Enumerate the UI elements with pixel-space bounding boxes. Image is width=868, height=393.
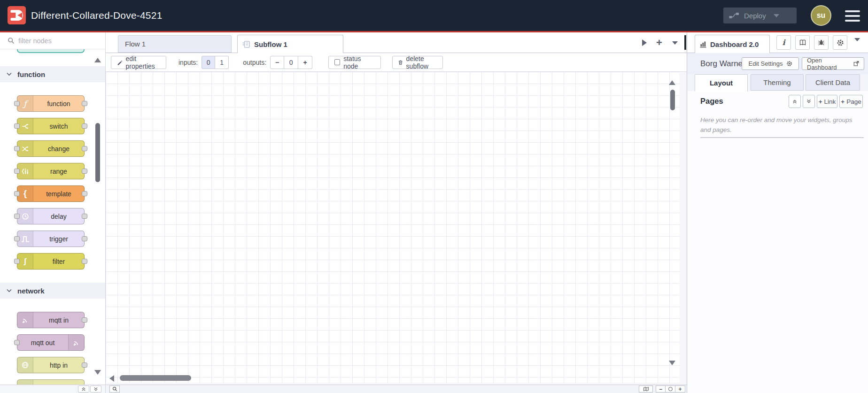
- palette-node-label: trigger: [33, 231, 84, 247]
- tab-flow-1[interactable]: Flow 1: [118, 35, 232, 53]
- debug-sidebar-button[interactable]: [814, 35, 829, 50]
- node-output-port: [82, 123, 87, 129]
- inputs-option-1[interactable]: 1: [215, 56, 229, 69]
- canvas-scroll-down-arrow[interactable]: [669, 361, 675, 365]
- palette-category-function[interactable]: function: [0, 66, 105, 82]
- palette-node-label: http in: [33, 357, 84, 373]
- canvas-footer: [106, 385, 687, 393]
- collapse-all-categories-button[interactable]: [78, 385, 89, 393]
- outputs-increase-button[interactable]: +: [298, 56, 312, 69]
- palette-node-mqtt out[interactable]: mqtt out: [17, 334, 85, 351]
- add-page-button[interactable]: + Page: [839, 95, 863, 108]
- inputs-option-0[interactable]: 0: [202, 56, 215, 69]
- pages-heading: Pages: [700, 97, 723, 106]
- sidebar-resize-handle[interactable]: [684, 35, 686, 50]
- palette-node-delay[interactable]: delay: [17, 208, 85, 224]
- mqtt-icon: [68, 335, 84, 350]
- filter-nodes-input[interactable]: [18, 37, 93, 45]
- tab-client-data[interactable]: Client Data: [806, 74, 860, 91]
- palette-node-function[interactable]: ƒfunction: [17, 95, 85, 112]
- zoom-in-button[interactable]: +: [675, 385, 685, 393]
- palette-node-label: filter: [33, 254, 84, 269]
- palette-node-filter[interactable]: ʃfilter: [17, 253, 85, 270]
- trash-icon: [398, 59, 403, 66]
- instance-title: Different-Collared-Dove-4521: [31, 0, 163, 31]
- palette-scroll-down-arrow[interactable]: [94, 370, 101, 375]
- node-output-port: [82, 214, 87, 219]
- add-link-label: Link: [824, 98, 836, 105]
- flow-canvas[interactable]: [106, 72, 680, 383]
- info-sidebar-button[interactable]: i: [776, 35, 791, 50]
- move-page-down-button[interactable]: [803, 95, 815, 108]
- deploy-options-chevron-icon[interactable]: [774, 14, 779, 17]
- tab-list-chevron-icon[interactable]: [672, 41, 678, 45]
- double-chevron-up-icon: [792, 99, 798, 104]
- canvas-search-button[interactable]: [109, 385, 120, 393]
- main-menu-button[interactable]: [845, 10, 860, 22]
- palette-scroll-up-arrow[interactable]: [94, 58, 101, 62]
- change-icon: [17, 141, 33, 156]
- palette-node-label: range: [33, 163, 84, 179]
- palette-node-label: delay: [33, 208, 84, 224]
- tab-subflow-1[interactable]: Subflow 1: [237, 35, 343, 53]
- palette-node-label: mqtt out: [17, 335, 68, 350]
- status-node-toggle[interactable]: status node: [328, 56, 381, 69]
- node-input-port: [14, 123, 20, 129]
- config-nodes-sidebar-button[interactable]: [833, 35, 847, 50]
- minimap-toggle-button[interactable]: [639, 385, 653, 393]
- scroll-tabs-right-icon[interactable]: [642, 39, 647, 46]
- palette-node-range[interactable]: range: [17, 163, 85, 179]
- palette-category-network[interactable]: network: [0, 283, 105, 299]
- double-chevron-down-icon: [806, 99, 812, 104]
- tab-theming[interactable]: Theming: [751, 74, 804, 91]
- node-output-port: [82, 146, 87, 151]
- node-red-editor: Different-Collared-Dove-4521 Deploy su: [0, 0, 868, 393]
- expand-all-categories-button[interactable]: [90, 385, 101, 393]
- canvas-scroll-left-arrow[interactable]: [109, 375, 114, 382]
- palette-scrollbar-thumb[interactable]: [95, 123, 100, 182]
- add-flow-button[interactable]: +: [656, 38, 662, 48]
- palette-node-trigger[interactable]: trigger: [17, 231, 85, 247]
- outputs-label: outputs:: [243, 59, 266, 66]
- palette-node-switch[interactable]: switch: [17, 118, 85, 134]
- node-input-port: [14, 169, 20, 174]
- open-dashboard-label: Open Dashboard: [807, 57, 850, 71]
- help-sidebar-button[interactable]: [795, 35, 810, 50]
- palette-node-http in[interactable]: http in: [17, 357, 85, 373]
- zoom-out-button[interactable]: −: [656, 385, 666, 393]
- canvas-scroll-up-arrow[interactable]: [669, 80, 675, 85]
- palette-node-template[interactable]: {template: [17, 185, 85, 202]
- palette-category-label: network: [17, 287, 45, 295]
- node-output-port: [82, 259, 87, 264]
- canvas-horizontal-scrollbar-thumb[interactable]: [120, 375, 191, 381]
- tab-dashboard-2[interactable]: Dashboard 2.0: [695, 35, 770, 53]
- palette-node-mqtt in[interactable]: mqtt in: [17, 312, 85, 328]
- palette-node-clipped[interactable]: [17, 379, 85, 385]
- canvas-vertical-scrollbar-thumb[interactable]: [670, 90, 675, 110]
- outputs-decrease-button[interactable]: −: [270, 56, 284, 69]
- zoom-reset-button[interactable]: [666, 385, 675, 393]
- edit-properties-button[interactable]: edit properties: [111, 56, 166, 69]
- node-output-port: [82, 191, 87, 196]
- search-icon: [8, 37, 15, 44]
- node-input-port: [14, 101, 20, 106]
- deploy-button[interactable]: Deploy: [723, 8, 797, 23]
- delete-subflow-button[interactable]: delete subflow: [392, 56, 443, 69]
- layout-pages-panel: Pages + Link + Page Here you can re-orde…: [687, 91, 868, 393]
- workspace-tab-bar: Flow 1 Subflow 1 +: [106, 32, 687, 53]
- bar-chart-icon: [700, 41, 707, 48]
- open-dashboard-button[interactable]: Open Dashboard: [802, 57, 864, 70]
- clipped-node-sliver: [17, 49, 85, 53]
- edit-properties-label: edit properties: [126, 55, 160, 70]
- palette-search-box[interactable]: [0, 32, 105, 49]
- sidebar-menu-chevron-icon[interactable]: [854, 41, 860, 50]
- palette-node-change[interactable]: change: [17, 140, 85, 157]
- tab-layout[interactable]: Layout: [695, 74, 748, 92]
- add-link-button[interactable]: + Link: [817, 95, 837, 108]
- edit-settings-button[interactable]: Edit Settings: [742, 57, 799, 70]
- tab-layout-label: Layout: [710, 79, 733, 87]
- user-avatar[interactable]: su: [811, 5, 831, 26]
- node-output-port: [82, 169, 87, 174]
- move-page-up-button[interactable]: [789, 95, 801, 108]
- status-node-checkbox[interactable]: [334, 59, 340, 65]
